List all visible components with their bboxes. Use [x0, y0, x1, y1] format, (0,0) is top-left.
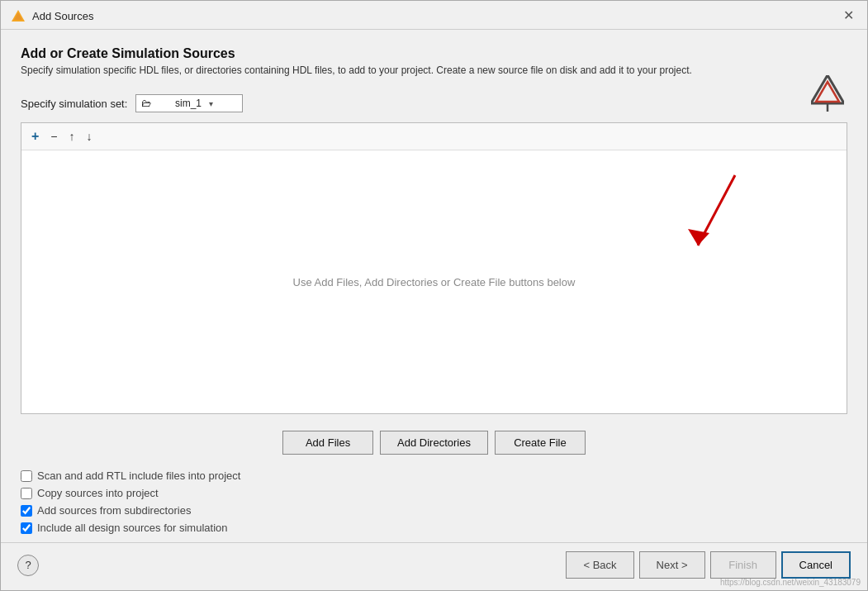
sim-set-label: Specify simulation set: [21, 98, 127, 110]
svg-marker-2 [811, 75, 844, 103]
scan-rtl-checkbox-row[interactable]: Scan and add RTL include files into proj… [21, 469, 847, 482]
include-design-label: Include all design sources for simulatio… [37, 522, 228, 534]
folder-icon: 🗁 [141, 98, 170, 109]
footer-left: ? [17, 555, 39, 576]
move-up-toolbar-button[interactable]: ↑ [64, 127, 80, 145]
include-design-checkbox-row[interactable]: Include all design sources for simulatio… [21, 522, 847, 534]
add-files-button[interactable]: Add Files [282, 431, 373, 455]
copy-sources-label: Copy sources into project [37, 487, 159, 499]
next-button[interactable]: Next > [639, 551, 705, 579]
copy-sources-checkbox[interactable] [21, 488, 32, 499]
create-file-button[interactable]: Create File [495, 431, 586, 455]
add-sources-dialog: Add Sources ✕ Add or Create Simulation S… [0, 0, 868, 591]
description: Specify simulation specific HDL files, o… [21, 63, 847, 78]
options-checkboxes: Scan and add RTL include files into proj… [21, 469, 847, 534]
empty-hint: Use Add Files, Add Directories or Create… [293, 276, 576, 288]
close-button[interactable]: ✕ [840, 7, 857, 24]
app-logo-icon [11, 8, 26, 23]
scan-rtl-label: Scan and add RTL include files into proj… [37, 469, 240, 482]
watermark: https://blog.csdn.net/weixin_43183079 [720, 578, 861, 587]
svg-marker-3 [816, 82, 839, 102]
add-directories-button[interactable]: Add Directories [380, 431, 488, 455]
copy-sources-checkbox-row[interactable]: Copy sources into project [21, 487, 847, 499]
include-design-checkbox[interactable] [21, 522, 32, 534]
dialog-content: Add or Create Simulation Sources Specify… [1, 30, 867, 542]
add-subdirs-checkbox[interactable] [21, 505, 32, 517]
move-down-toolbar-button[interactable]: ↓ [82, 127, 97, 145]
header-section: Add or Create Simulation Sources Specify… [21, 46, 847, 78]
footer-right: < Back Next > Finish Cancel [566, 551, 851, 579]
add-subdirs-label: Add sources from subdirectories [37, 504, 191, 517]
remove-file-toolbar-button[interactable]: − [45, 127, 62, 145]
action-buttons: Add Files Add Directories Create File [21, 431, 847, 455]
scan-rtl-checkbox[interactable] [21, 470, 32, 482]
sim-set-value: sim_1 [175, 98, 204, 109]
help-button[interactable]: ? [17, 555, 39, 576]
back-button[interactable]: < Back [566, 551, 633, 579]
add-subdirs-checkbox-row[interactable]: Add sources from subdirectories [21, 504, 847, 517]
red-arrow-icon [673, 167, 747, 269]
title-bar: Add Sources ✕ [1, 1, 867, 30]
file-area: Use Add Files, Add Directories or Create… [21, 150, 847, 413]
add-file-toolbar-button[interactable]: + [26, 126, 44, 146]
dialog-title: Add Sources [32, 10, 93, 22]
sim-set-row: Specify simulation set: 🗁 sim_1 ▾ [21, 94, 847, 112]
section-title: Add or Create Simulation Sources [21, 46, 847, 61]
brand-icon [811, 75, 844, 112]
sim-set-dropdown[interactable]: 🗁 sim_1 ▾ [135, 94, 243, 112]
chevron-down-icon: ▾ [209, 99, 238, 108]
finish-button[interactable]: Finish [710, 551, 776, 579]
file-toolbar: + − ↑ ↓ [21, 123, 847, 150]
cancel-button[interactable]: Cancel [781, 551, 851, 579]
title-bar-left: Add Sources [11, 8, 93, 23]
file-table-container: + − ↑ ↓ Use Add Files, Add Directories o… [21, 122, 847, 414]
